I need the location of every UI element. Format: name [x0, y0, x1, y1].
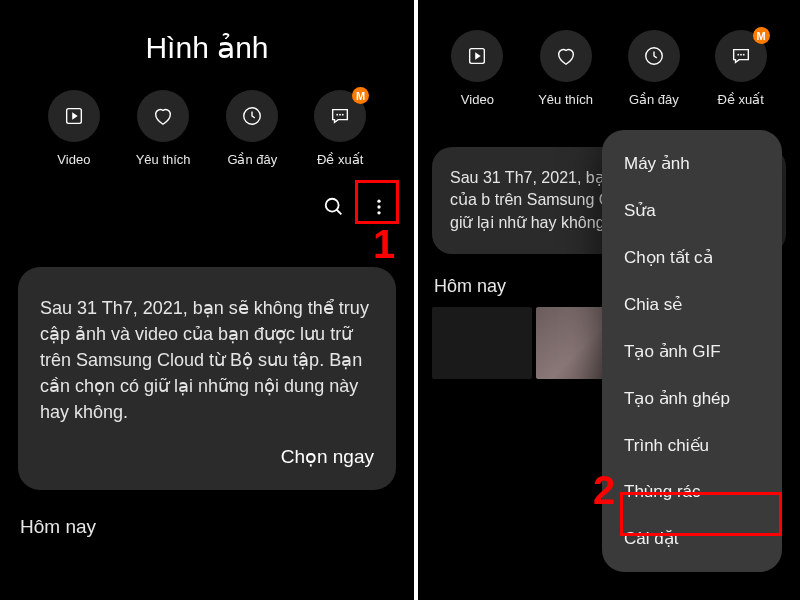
- left-screenshot: Hình ảnh Video Yêu thích Gần đây M Đề: [0, 0, 414, 600]
- category-label: Video: [57, 152, 90, 167]
- category-suggest[interactable]: M Đề xuất: [715, 30, 767, 107]
- heart-icon: [137, 90, 189, 142]
- play-icon: [48, 90, 100, 142]
- badge: M: [753, 27, 770, 44]
- svg-marker-12: [476, 52, 482, 59]
- category-label: Đề xuất: [717, 92, 763, 107]
- svg-point-16: [742, 54, 744, 56]
- chat-icon: M: [715, 30, 767, 82]
- tutorial-highlight-1: [355, 180, 399, 224]
- category-label: Yêu thích: [538, 92, 593, 107]
- category-recent[interactable]: Gần đây: [628, 30, 680, 107]
- menu-item-select-all[interactable]: Chọn tất cả: [602, 234, 782, 281]
- svg-point-15: [740, 54, 742, 56]
- cloud-notice-card[interactable]: Sau 31 Th7, 2021, bạn sẽ không thể truy …: [18, 267, 396, 490]
- notice-cta-button[interactable]: Chọn ngay: [40, 445, 374, 468]
- play-icon: [451, 30, 503, 82]
- heart-icon: [540, 30, 592, 82]
- toolbar: [0, 177, 414, 237]
- category-label: Gần đây: [629, 92, 679, 107]
- svg-point-6: [326, 199, 339, 212]
- menu-item-slideshow[interactable]: Trình chiếu: [602, 422, 782, 469]
- menu-item-edit[interactable]: Sửa: [602, 187, 782, 234]
- svg-line-7: [337, 210, 342, 215]
- thumbnail[interactable]: [432, 307, 532, 379]
- category-recent[interactable]: Gần đây: [226, 90, 278, 167]
- category-row: Video Yêu thích Gần đây M Đề xuất: [418, 0, 800, 117]
- menu-item-camera[interactable]: Máy ảnh: [602, 140, 782, 187]
- notice-text: Sau 31 Th7, 2021, bạn sẽ không thể truy …: [40, 295, 374, 425]
- badge: M: [352, 87, 369, 104]
- svg-point-14: [737, 54, 739, 56]
- clock-icon: [628, 30, 680, 82]
- category-video[interactable]: Video: [48, 90, 100, 167]
- menu-item-share[interactable]: Chia sẻ: [602, 281, 782, 328]
- category-label: Đề xuất: [317, 152, 363, 167]
- svg-point-5: [342, 114, 344, 116]
- step-number-2: 2: [593, 468, 615, 513]
- category-suggest[interactable]: M Đề xuất: [314, 90, 366, 167]
- svg-point-4: [339, 114, 341, 116]
- category-label: Video: [461, 92, 494, 107]
- category-label: Gần đây: [227, 152, 277, 167]
- section-today: Hôm nay: [0, 490, 414, 538]
- menu-item-create-gif[interactable]: Tạo ảnh GIF: [602, 328, 782, 375]
- search-icon: [323, 196, 345, 218]
- category-label: Yêu thích: [136, 152, 191, 167]
- search-button[interactable]: [319, 192, 349, 222]
- menu-item-collage[interactable]: Tạo ảnh ghép: [602, 375, 782, 422]
- clock-icon: [226, 90, 278, 142]
- chat-icon: M: [314, 90, 366, 142]
- category-favorites[interactable]: Yêu thích: [136, 90, 191, 167]
- step-number-1: 1: [373, 222, 395, 267]
- tutorial-highlight-2: [620, 492, 782, 536]
- svg-point-3: [336, 114, 338, 116]
- svg-marker-1: [72, 112, 78, 119]
- category-favorites[interactable]: Yêu thích: [538, 30, 593, 107]
- category-video[interactable]: Video: [451, 30, 503, 107]
- page-title: Hình ảnh: [0, 0, 414, 90]
- category-row: Video Yêu thích Gần đây M Đề xuất: [0, 90, 414, 177]
